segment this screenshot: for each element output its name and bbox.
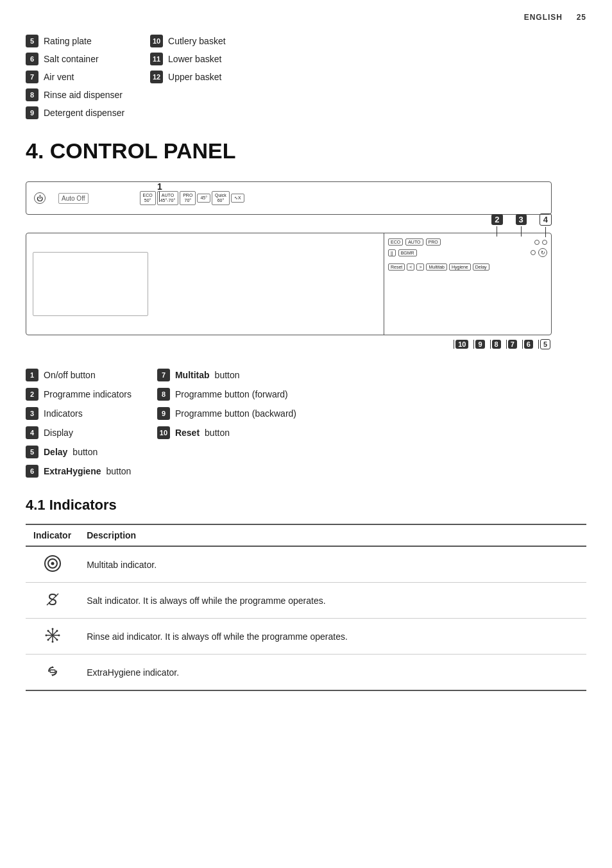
part-badge: 5 — [26, 35, 38, 47]
svg-point-15 — [47, 639, 49, 641]
svg-rect-16 — [50, 670, 55, 672]
indicator-icon — [26, 619, 79, 655]
svg-point-10 — [45, 635, 47, 637]
parts-col-right: 10Cutlery basket11Lower basket12Upper ba… — [150, 35, 225, 119]
panel-dot-3 — [531, 250, 536, 255]
panel-auto: AUTO — [405, 238, 423, 246]
comp-item: 1On/off button — [26, 369, 132, 381]
prog-btn-pro: PRO70° — [180, 191, 196, 206]
indicator-icon — [26, 655, 79, 691]
page-number: 25 — [577, 13, 586, 22]
indicator-icon — [26, 546, 79, 583]
diagram-top-strip: ⏻ Auto Off ECO50° AUTO45°-70° PRO70° 45°… — [26, 181, 552, 215]
page-header: ENGLISH 25 — [26, 13, 586, 22]
panel-temp: || — [388, 249, 396, 256]
comp-label: Programme indicators — [44, 389, 132, 399]
parts-col-left: 5Rating plate6Salt container7Air vent8Ri… — [26, 35, 124, 119]
diagram-right-panel: ECO AUTO PRO || BGMR ↻ Reset < — [384, 233, 551, 335]
parts-item: 6Salt container — [26, 53, 124, 65]
comp-item: 3Indicators — [26, 407, 132, 420]
table-row: Rinse aid indicator. It is always off wh… — [26, 619, 586, 655]
comp-label-suffix: button — [106, 466, 131, 476]
comp-label-bold: Delay — [44, 447, 67, 457]
part-badge: 11 — [150, 53, 163, 65]
panel-fwd-btn: > — [416, 263, 424, 271]
comp-item: 9Programme button (backward) — [157, 407, 296, 420]
prog-buttons-diagram: ECO50° AUTO45°-70° PRO70° 45° Quick60° ∿… — [140, 191, 244, 206]
panel-hygiene: Hygiene — [449, 263, 471, 271]
svg-point-13 — [56, 639, 58, 641]
diagram-label-1: 1 — [157, 181, 162, 202]
part-badge: 7 — [26, 71, 38, 83]
prog-btn-eco: ECO50° — [140, 191, 156, 206]
auto-off-label: Auto Off — [58, 193, 89, 204]
svg-point-8 — [51, 628, 53, 630]
diagram-bottom: ECO AUTO PRO || BGMR ↻ Reset < — [26, 233, 552, 335]
comp-label: Display — [44, 428, 73, 438]
panel-row-1: ECO AUTO PRO — [388, 238, 547, 246]
table-row: Salt indicator. It is always off while t… — [26, 583, 586, 619]
comp-badge: 4 — [26, 426, 38, 439]
comp-badge: 7 — [157, 369, 170, 381]
inner-box — [33, 252, 148, 316]
indicator-icon — [26, 583, 79, 619]
part-label: Detergent dispenser — [44, 108, 124, 118]
badge-2: 2 — [491, 214, 502, 237]
part-label: Rating plate — [44, 36, 92, 46]
comp-item: 10Reset button — [157, 426, 296, 439]
part-label: Cutlery basket — [168, 36, 225, 46]
comp-item: 7Multitab button — [157, 369, 296, 381]
table-row: Multitab indicator. — [26, 546, 586, 583]
panel-bgmr: BGMR — [398, 249, 417, 256]
svg-point-14 — [56, 630, 58, 632]
part-label: Rinse aid dispenser — [44, 90, 123, 100]
svg-point-12 — [47, 630, 49, 632]
labels-234: 2 3 4 — [491, 213, 552, 237]
parts-item: 12Upper basket — [150, 71, 225, 83]
table-row: ExtraHygiene indicator. — [26, 655, 586, 691]
parts-item: 8Rinse aid dispenser — [26, 88, 124, 101]
parts-item: 9Detergent dispenser — [26, 106, 124, 119]
comp-label-suffix: button — [72, 447, 98, 457]
comp-badge: 9 — [157, 407, 170, 420]
part-label: Upper basket — [168, 72, 221, 82]
comp-item: 6ExtraHygiene button — [26, 465, 132, 478]
components-col-left: 1On/off button2Programme indicators3Indi… — [26, 369, 132, 478]
comp-badge: 2 — [26, 388, 38, 401]
part-badge: 9 — [26, 106, 38, 119]
subsection41-title: 4.1 Indicators — [26, 497, 586, 513]
part-badge: 6 — [26, 53, 38, 65]
part-badge: 8 — [26, 88, 38, 101]
panel-multitab: Multitab — [426, 263, 447, 271]
comp-label-suffix: button — [215, 370, 240, 380]
indicator-description: Salt indicator. It is always off while t… — [79, 583, 586, 619]
comp-badge: 8 — [157, 388, 170, 401]
section4-title: 4. CONTROL PANEL — [26, 138, 586, 163]
panel-circle-btn: ↻ — [538, 248, 547, 257]
parts-item: 7Air vent — [26, 71, 124, 83]
svg-point-11 — [58, 635, 60, 637]
badge-4: 4 — [540, 213, 552, 237]
indicators-table: Indicator Description Multitab indicator… — [26, 524, 586, 691]
power-btn-diagram: ⏻ — [34, 192, 46, 204]
panel-pro: PRO — [426, 238, 441, 246]
diagram-bottom-wrapper: 2 3 4 ECO AUTO PRO — [26, 233, 552, 349]
comp-badge: 10 — [157, 426, 170, 439]
comp-label-suffix: button — [205, 428, 230, 438]
comp-item: 4Display — [26, 426, 132, 439]
svg-point-9 — [51, 641, 53, 643]
bl-5: 5 — [538, 339, 550, 349]
indicator-description: Rinse aid indicator. It is always off wh… — [79, 619, 586, 655]
comp-item: 5Delay button — [26, 446, 132, 458]
components-col-right: 7Multitab button8Programme button (forwa… — [157, 369, 296, 478]
bl-10: 10 — [454, 339, 468, 349]
col-description: Description — [79, 524, 586, 546]
panel-row-2: || BGMR ↻ — [388, 248, 547, 257]
bottom-labels: 10 9 8 7 6 5 — [26, 339, 552, 349]
comp-label: Programme button (backward) — [175, 408, 296, 419]
bl-9: 9 — [473, 339, 484, 349]
comp-badge: 1 — [26, 369, 38, 381]
panel-dot-2 — [542, 240, 547, 245]
indicator-description: ExtraHygiene indicator. — [79, 655, 586, 691]
part-label: Lower basket — [168, 54, 221, 64]
